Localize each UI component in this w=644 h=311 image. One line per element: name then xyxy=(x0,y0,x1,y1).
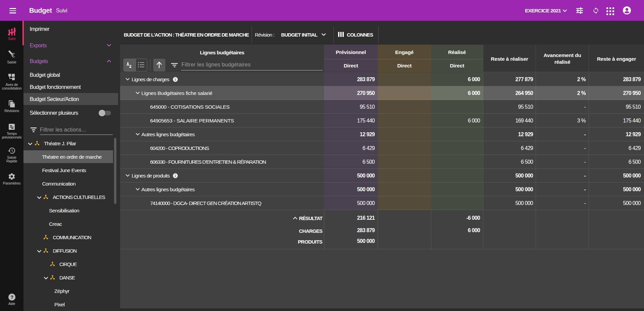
svg-text:?: ? xyxy=(10,295,13,300)
svg-text:€: € xyxy=(11,52,15,59)
